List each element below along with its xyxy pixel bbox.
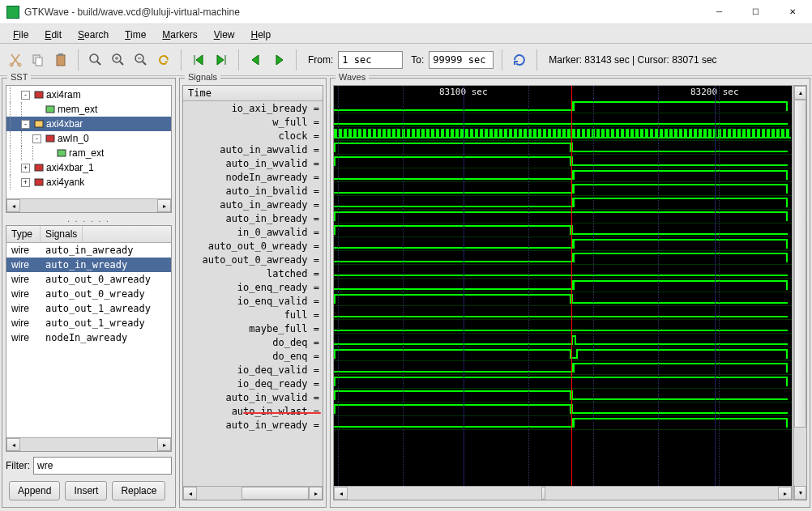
goto-start-icon[interactable] (190, 51, 207, 69)
cut-icon[interactable] (6, 51, 24, 69)
menu-file[interactable]: File (5, 27, 36, 43)
menu-search[interactable]: Search (70, 27, 117, 43)
list-item[interactable]: io_enq_valid = (183, 294, 323, 308)
filter-input[interactable] (33, 457, 172, 475)
vscroll-track[interactable] (794, 100, 806, 486)
marker-status: Marker: 83143 sec | Cursor: 83071 sec (549, 54, 716, 66)
list-item[interactable]: auto_in_wvalid = (183, 390, 323, 404)
maximize-button[interactable]: ☐ (737, 0, 774, 23)
scroll-right-icon[interactable]: ▸ (778, 487, 792, 500)
svg-rect-16 (46, 106, 54, 113)
table-row[interactable]: wireauto_in_awready (6, 243, 171, 258)
scroll-right-icon[interactable]: ▸ (157, 199, 171, 212)
svg-rect-17 (35, 121, 43, 127)
svg-rect-18 (46, 135, 54, 142)
next-edge-icon[interactable] (270, 51, 288, 69)
svg-rect-19 (58, 150, 66, 156)
scroll-left-icon[interactable]: ◂ (183, 487, 197, 500)
tree-item[interactable]: +axi4yank (6, 175, 171, 189)
menu-edit[interactable]: Edit (36, 27, 70, 43)
tree-item[interactable]: -awIn_0 (6, 131, 171, 146)
to-input[interactable] (429, 51, 494, 69)
goto-end-icon[interactable] (212, 51, 230, 69)
hscroll-track[interactable] (348, 487, 778, 500)
list-item[interactable]: io_deq_ready = (183, 377, 323, 390)
signal-table[interactable]: wireauto_in_awreadywireauto_in_wreadywir… (6, 243, 171, 437)
tree-item[interactable]: -axi4xbar (6, 117, 171, 131)
list-item[interactable]: full = (183, 308, 323, 322)
hscroll-thumb[interactable] (241, 487, 309, 500)
scroll-down-icon[interactable]: ▾ (794, 486, 806, 500)
col-type[interactable]: Type (6, 226, 41, 242)
table-row[interactable]: wireauto_out_1_awready (6, 301, 171, 316)
list-item[interactable]: auto_in_wlast = (183, 404, 323, 418)
hierarchy-tree[interactable]: -axi4rammem_ext-axi4xbar-awIn_0ram_ext+a… (6, 86, 171, 191)
list-item[interactable]: auto_in_bvalid = (183, 184, 323, 198)
scroll-left-icon[interactable]: ◂ (334, 487, 348, 500)
list-item[interactable]: auto_out_0_awready = (183, 253, 323, 266)
zoom-fit-icon[interactable] (87, 51, 105, 69)
list-item[interactable]: maybe_full = (183, 322, 323, 335)
zoom-out-icon[interactable] (132, 51, 150, 69)
list-item[interactable]: w_full = (183, 115, 323, 129)
waves-canvas[interactable]: 83100 sec83200 sec ◂ ▸ (333, 85, 793, 500)
sst-panel: SST -axi4rammem_ext-axi4xbar-awIn_0ram_e… (2, 78, 176, 508)
list-item[interactable]: nodeIn_awready = (183, 170, 323, 184)
svg-rect-20 (35, 164, 43, 171)
list-item[interactable]: io_axi_bready = (183, 101, 323, 115)
svg-line-13 (143, 62, 146, 65)
hscroll-track[interactable] (20, 199, 157, 212)
zoom-undo-icon[interactable] (155, 51, 173, 69)
tree-item[interactable]: -axi4ram (6, 87, 171, 102)
tree-item[interactable]: mem_ext (6, 102, 171, 117)
menu-help[interactable]: Help (243, 27, 280, 43)
hscroll-track[interactable] (197, 487, 309, 500)
list-item[interactable]: auto_in_awvalid = (183, 143, 323, 156)
splitter-handle[interactable]: . . . . . . (2, 215, 175, 224)
list-item[interactable]: auto_in_bready = (183, 211, 323, 225)
tree-item[interactable]: ram_ext (6, 146, 171, 160)
append-button[interactable]: Append (9, 481, 60, 500)
reload-icon[interactable] (511, 51, 528, 69)
table-row[interactable]: wireauto_out_0_wready (6, 287, 171, 301)
vscroll-thumb[interactable] (794, 100, 806, 428)
list-item[interactable]: auto_out_0_wready = (183, 239, 323, 253)
scroll-right-icon[interactable]: ▸ (309, 487, 323, 500)
list-item[interactable]: auto_in_awready = (183, 198, 323, 211)
list-item[interactable]: io_enq_ready = (183, 280, 323, 294)
list-item[interactable]: in_0_awvalid = (183, 225, 323, 239)
menubar: File Edit Search Time Markers View Help (0, 24, 812, 44)
hscroll-track[interactable] (20, 438, 157, 451)
from-input[interactable] (338, 51, 403, 69)
list-item[interactable]: latched = (183, 266, 323, 280)
table-row[interactable]: wireauto_in_wready (6, 258, 171, 272)
hscroll-thumb[interactable] (541, 487, 545, 500)
copy-icon[interactable] (29, 51, 47, 69)
close-button[interactable]: ✕ (774, 0, 810, 23)
scroll-up-icon[interactable]: ▴ (794, 86, 806, 100)
menu-time[interactable]: Time (117, 27, 154, 43)
menu-markers[interactable]: Markers (154, 27, 205, 43)
prev-edge-icon[interactable] (247, 51, 265, 69)
list-item[interactable]: io_deq_valid = (183, 363, 323, 377)
list-item[interactable]: do_deq = (183, 335, 323, 349)
list-item[interactable]: do_enq = (183, 349, 323, 363)
signal-list[interactable]: io_axi_bready =w_full =clock =auto_in_aw… (183, 101, 323, 486)
table-row[interactable]: wireauto_out_1_wready (6, 316, 171, 330)
minimize-button[interactable]: ─ (701, 0, 737, 23)
list-item[interactable]: auto_in_wready = (183, 418, 323, 432)
zoom-in-icon[interactable] (109, 51, 127, 69)
menu-view[interactable]: View (206, 27, 243, 43)
scroll-right-icon[interactable]: ▸ (157, 438, 171, 451)
list-item[interactable]: auto_in_wvalid = (183, 156, 323, 170)
paste-icon[interactable] (52, 51, 70, 69)
tree-item[interactable]: +axi4xbar_1 (6, 160, 171, 175)
col-signals[interactable]: Signals (41, 226, 83, 242)
scroll-left-icon[interactable]: ◂ (6, 199, 20, 212)
replace-button[interactable]: Replace (112, 481, 165, 500)
list-item[interactable]: clock = (183, 129, 323, 143)
insert-button[interactable]: Insert (65, 481, 107, 500)
table-row[interactable]: wirenodeIn_awready (6, 330, 171, 345)
table-row[interactable]: wireauto_out_0_awready (6, 272, 171, 287)
scroll-left-icon[interactable]: ◂ (6, 438, 20, 451)
